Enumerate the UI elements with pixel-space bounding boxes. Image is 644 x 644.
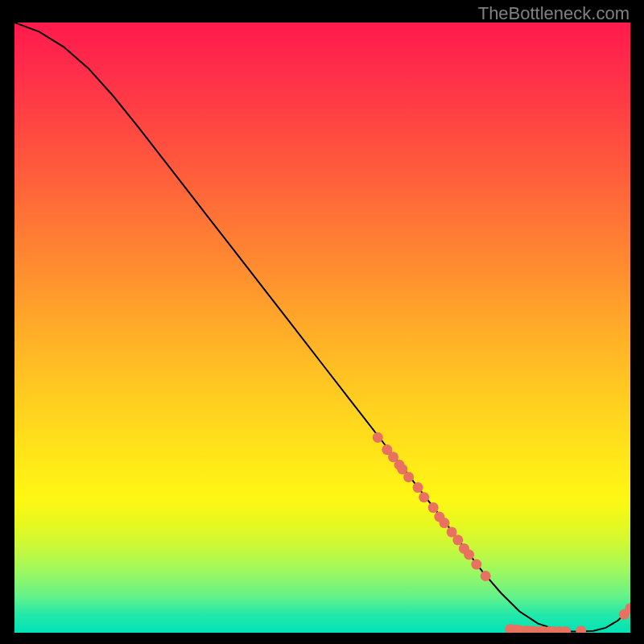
chart-background-gradient — [14, 23, 630, 633]
attribution-text: TheBottleneck.com — [478, 3, 630, 24]
